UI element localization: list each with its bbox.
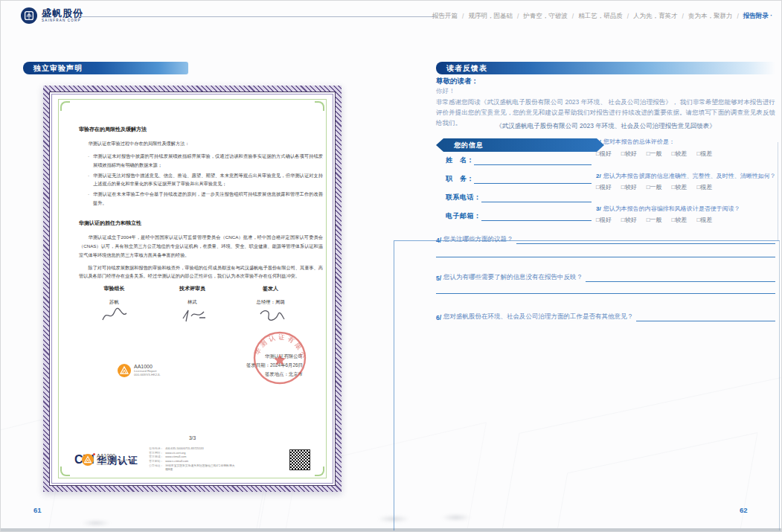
phone-label: 联系电话： <box>446 193 481 202</box>
name-field[interactable]: 姓 名： <box>446 156 592 165</box>
phone-field[interactable]: 联系电话： <box>446 193 592 202</box>
question-number: 5/ <box>436 275 441 282</box>
checkbox-option[interactable]: □一般 <box>647 216 662 224</box>
salutation: 尊敬的读者： <box>436 77 775 86</box>
checkbox-option[interactable]: □较好 <box>621 183 637 191</box>
question-2: 2/您认为本报告披露的信息准确性、完整性、及时性、清晰性如何？ <box>596 172 776 180</box>
bullet-glyph: · <box>88 190 89 208</box>
competence-para-2: 除了对可持续发展数据和报告的审验和核查外，审验组的任何成员都没有与武汉盛帆电子股… <box>79 263 323 281</box>
bullet-text: 华测认证未对报告中披露的可持续发展绩效指标开展审验，仅通过访谈和查验事实证据的方… <box>93 152 323 170</box>
nav-item-talent[interactable]: 人为先，育英才 <box>633 12 678 21</box>
checkbox-option[interactable]: □很差 <box>696 183 712 191</box>
certificate-inner: 审验存在的局限性及缓解方法 华测认证在审验过程中存在的局限性及缓解方法： · 华… <box>51 94 333 484</box>
question-text: 您认为本报告的内容编排和风格设计是否便于阅读？ <box>603 205 740 212</box>
feedback-form-title: 《武汉盛帆电子股份有限公司 2023 年环境、社会及公司治理报告意见回馈表》 <box>436 122 775 131</box>
nav-separator: / <box>627 13 629 20</box>
checkbox-option[interactable]: □很差 <box>696 150 712 158</box>
checkbox-option[interactable]: □很差 <box>696 216 712 224</box>
answer-line[interactable] <box>636 312 775 321</box>
question-text: 您认为本报告披露的信息准确性、完整性、及时性、清晰性如何？ <box>603 173 776 179</box>
greeting: 你好！ <box>436 87 775 96</box>
company-seal-stamp: 华测认证有限公司 <box>251 330 308 386</box>
nav-item-appendix-active[interactable]: 报告附录 · <box>743 12 772 21</box>
left-page-title-banner: 独立审验声明 <box>23 62 188 74</box>
limitations-intro: 华测认证在审验过程中存在的局限性及缓解方法： <box>79 139 323 148</box>
checkbox-option[interactable]: □较差 <box>672 216 688 224</box>
checkbox-option[interactable]: □很好 <box>596 150 612 158</box>
question-text: 您认为有哪些需要了解的信息没有在报告中反映？ <box>443 273 583 282</box>
handwritten-signature <box>177 307 208 324</box>
nav-separator: / <box>682 13 684 20</box>
right-page-title: 读者反馈表 <box>446 64 487 72</box>
company-logo: 盛帆股份 SAINFRAN CORP <box>20 7 83 25</box>
your-info-label: 您的信息 <box>454 141 484 149</box>
question-text: 您关注哪些方面的议题？ <box>443 235 513 244</box>
aa1000-assurance-provider-badge: AA1000 Licensed Assurance Provider 000-6… <box>82 453 137 467</box>
chapter-nav: 报告开篇 / 规序明，固基础 / 护青空，守碧波 / 精工艺，研品质 / 人为先… <box>432 12 772 21</box>
checkbox-option[interactable]: □很好 <box>596 183 612 191</box>
name-input-line[interactable] <box>474 155 592 165</box>
decorative-rectangle-outline <box>394 240 780 531</box>
checkbox-option[interactable]: □较好 <box>621 216 637 224</box>
signature-role: 技术评审员 <box>156 285 229 292</box>
nav-item-opening[interactable]: 报告开篇 <box>432 12 458 21</box>
bullet-text: 华测认证在未来审验工作中会基于持续改进的原则，进一步关注报告组织可持续发展信息披… <box>93 190 323 208</box>
answer-line[interactable] <box>436 293 775 294</box>
email-input-line[interactable] <box>481 211 592 221</box>
page-number-left: 61 <box>33 506 42 514</box>
question-2-options: □很好 □较好 □一般 □较差 □很差 <box>596 183 712 191</box>
answer-line[interactable] <box>436 257 775 257</box>
nav-item-responsibility[interactable]: 责为本，聚群力 <box>688 12 733 21</box>
signature-technical-reviewer: 技术评审员 林武 <box>156 285 229 324</box>
contact-row: 公司地址：深圳市宝安区新安街道兴东社区留仙三路4号华测检测大楼B座 <box>149 464 237 472</box>
checkbox-option[interactable]: □一般 <box>647 183 662 191</box>
phone-input-line[interactable] <box>481 192 592 202</box>
signature-name: 总经理：周璐 <box>234 299 307 306</box>
answer-line[interactable] <box>516 234 775 244</box>
question-4: 4/ 您关注哪些方面的议题？ <box>436 235 775 244</box>
window-bottom-edge <box>1 528 781 531</box>
question-number: 1/ <box>596 138 601 145</box>
competence-para-1: 华测认证成立于2004年，是经中国国家认证认可监督管理委员会（CNCA）批准，经… <box>79 233 323 259</box>
nav-item-governance[interactable]: 规序明，固基础 <box>468 12 513 21</box>
question-1-options: □很好 □较好 □一般 □较差 □很差 <box>596 150 712 158</box>
checkbox-option[interactable]: □较差 <box>672 183 688 191</box>
certificate-frame: 审验存在的局限性及缓解方法 华测认证在审验过程中存在的局限性及缓解方法： · 华… <box>49 92 336 486</box>
company-name-en: SAINFRAN CORP <box>42 19 83 23</box>
company-name: 盛帆股份 <box>42 8 83 18</box>
report-spread-page: 盛帆股份 SAINFRAN CORP 报告开篇 / 规序明，固基础 / 护青空，… <box>0 0 782 532</box>
nav-separator: / <box>462 13 464 20</box>
bullet-glyph: · <box>88 152 89 170</box>
signature-name: 林武 <box>156 299 229 306</box>
signature-issuer: 签发人 总经理：周璐 <box>234 285 307 324</box>
aa1000-license-no: 000-669 <box>97 463 137 467</box>
question-3-options: □很好 □较好 □一般 □较差 □很差 <box>596 216 712 224</box>
nav-item-environment[interactable]: 护青空，守碧波 <box>523 12 568 21</box>
position-input-line[interactable] <box>474 173 592 184</box>
signature-name: 苏帆 <box>77 299 151 306</box>
question-number: 4/ <box>436 237 441 244</box>
checkbox-option[interactable]: □较好 <box>621 150 637 158</box>
checkbox-option[interactable]: □较差 <box>672 150 688 158</box>
aa1000-license-no: 000-669/V3-HK2JL <box>134 374 161 377</box>
position-field[interactable]: 职 务： <box>446 174 592 184</box>
answer-line[interactable] <box>586 272 775 282</box>
limitations-heading: 审验存在的局限性及缓解方法 <box>79 124 323 134</box>
question-5: 5/ 您认为有哪些需要了解的信息没有在报告中反映？ <box>436 273 775 282</box>
decorative-vertical-line <box>778 142 778 240</box>
contact-value: 深圳市宝安区新安街道兴东社区留仙三路4号华测检测大楼B座 <box>165 464 237 472</box>
contact-info-block: 咨询电话：400-635-5000/0755-83725533 官方网站：www… <box>149 447 237 472</box>
aa1000-provider-text: AA1000 Licensed Assurance Provider 000-6… <box>97 453 137 467</box>
company-logo-icon <box>20 7 38 25</box>
qr-code <box>289 449 310 470</box>
checkbox-option[interactable]: □一般 <box>647 150 662 158</box>
question-text: 您对本报告的总体评价是： <box>603 138 675 145</box>
header-rule <box>78 16 435 17</box>
signature-role: 签发人 <box>234 285 307 292</box>
email-field[interactable]: 电子邮箱： <box>446 211 592 221</box>
limitation-bullet: · 华测认证未对报告中披露的可持续发展绩效指标开展审验，仅通过访谈和查验事实证据… <box>88 152 323 170</box>
checkbox-option[interactable]: □很好 <box>596 216 612 224</box>
nav-item-quality[interactable]: 精工艺，研品质 <box>578 12 623 21</box>
position-label: 职 务： <box>446 174 474 184</box>
blueprint-decor <box>550 432 757 532</box>
